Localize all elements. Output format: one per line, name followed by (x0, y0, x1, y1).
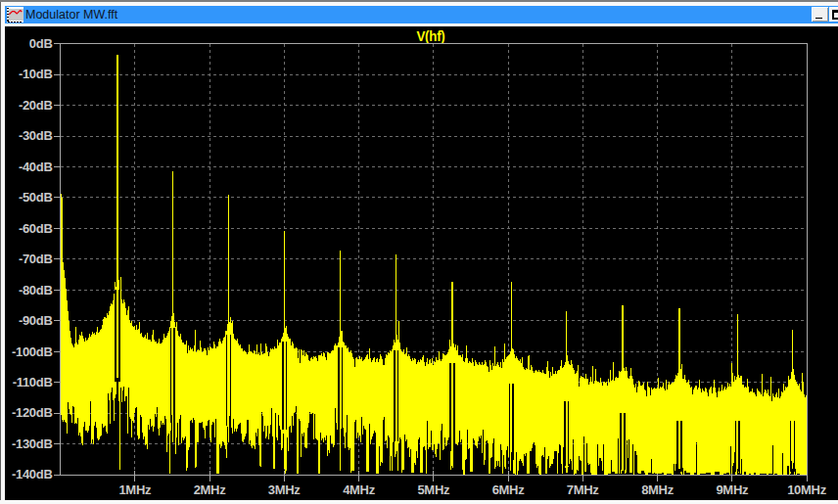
svg-text:-60dB: -60dB (19, 221, 53, 236)
svg-text:-80dB: -80dB (19, 283, 53, 298)
svg-text:-100dB: -100dB (12, 344, 53, 359)
svg-text:-110dB: -110dB (13, 375, 53, 389)
svg-text:5MHz: 5MHz (417, 482, 450, 497)
svg-text:8MHz: 8MHz (641, 482, 675, 497)
svg-text:-10dB: -10dB (19, 67, 53, 81)
svg-text:-30dB: -30dB (19, 128, 53, 143)
svg-text:7MHz: 7MHz (567, 482, 600, 497)
svg-text:-40dB: -40dB (19, 160, 53, 174)
svg-text:3MHz: 3MHz (268, 482, 302, 497)
svg-text:-140dB: -140dB (12, 467, 53, 481)
svg-text:Modulator MW.fft: Modulator MW.fft (25, 8, 118, 22)
svg-text:V(hf): V(hf) (417, 28, 445, 44)
svg-text:4MHz: 4MHz (343, 482, 376, 497)
svg-text:6MHz: 6MHz (492, 482, 526, 497)
svg-text:2MHz: 2MHz (194, 482, 227, 497)
svg-text:-50dB: -50dB (19, 190, 53, 205)
svg-text:1MHz: 1MHz (118, 482, 152, 497)
svg-text:0dB: 0dB (29, 36, 53, 51)
svg-text:-70dB: -70dB (19, 252, 53, 266)
svg-text:-20dB: -20dB (19, 98, 53, 113)
svg-text:-130dB: -130dB (12, 436, 53, 451)
svg-text:-90dB: -90dB (19, 313, 53, 328)
svg-text:10MHz: 10MHz (787, 482, 826, 497)
svg-text:-120dB: -120dB (12, 405, 53, 420)
svg-text:9MHz: 9MHz (716, 482, 749, 497)
